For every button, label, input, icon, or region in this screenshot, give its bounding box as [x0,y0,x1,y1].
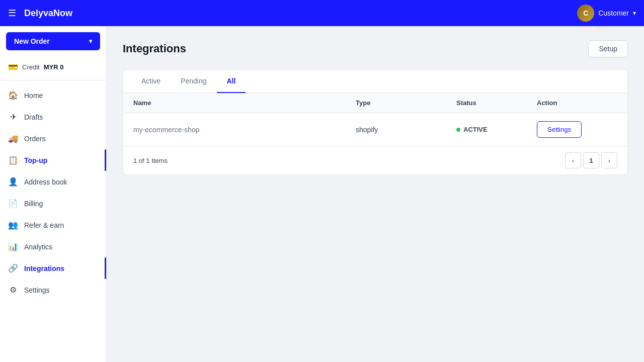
pagination-info: 1 of 1 Items [133,157,168,164]
user-menu-chevron-icon[interactable]: ▾ [633,10,636,17]
col-action: Action [537,99,617,107]
credit-amount: MYR 0 [44,63,64,71]
sidebar-item-refer-earn[interactable]: 👥 Refer & earn [0,214,106,236]
sidebar-item-billing[interactable]: 📄 Billing [0,193,106,214]
topbar-left: ☰ DelyvaNow [8,8,72,19]
col-type: Type [356,99,456,107]
status-badge: ACTIVE [456,126,537,133]
credit-card-icon: 💳 [8,62,18,72]
orders-icon: 🚚 [8,134,18,143]
hamburger-icon[interactable]: ☰ [8,8,16,19]
sidebar-item-label: Integrations [24,264,64,273]
analytics-icon: 📊 [8,242,18,251]
sidebar-item-drafts[interactable]: ✈ Drafts [0,106,106,128]
sidebar-item-analytics[interactable]: 📊 Analytics [0,236,106,257]
topbar-right: C Customer ▾ [577,5,636,22]
pagination-controls: ‹ 1 › [565,152,617,168]
pagination-row: 1 of 1 Items ‹ 1 › [123,146,627,174]
pagination-page-1-button[interactable]: 1 [583,152,599,168]
pagination-prev-button[interactable]: ‹ [565,152,581,168]
sidebar: New Order ▾ 💳 Credit MYR 0 🏠 Home ✈ Draf… [0,26,107,362]
drafts-icon: ✈ [8,112,18,122]
sidebar-item-label: Home [24,92,43,100]
sidebar-item-home[interactable]: 🏠 Home [0,84,106,106]
table-row: my-ecommerce-shop shopify ACTIVE Setting… [123,113,627,146]
sidebar-item-label: Drafts [24,113,43,121]
sidebar-item-topup[interactable]: 📋 Top-up [0,149,106,171]
tab-pending[interactable]: Pending [171,70,216,93]
table-header: Name Type Status Action [123,93,627,113]
col-name: Name [133,99,356,107]
page-title: Integrations [123,42,186,55]
topbar: ☰ DelyvaNow C Customer ▾ [0,0,644,26]
topup-icon: 📋 [8,155,18,165]
brand-logo: DelyvaNow [24,8,72,19]
integration-name: my-ecommerce-shop [133,126,356,134]
main-content: Integrations Setup Active Pending All Na… [107,26,644,362]
refer-earn-icon: 👥 [8,220,18,230]
integrations-icon: 🔗 [8,263,18,273]
sidebar-item-label: Billing [24,200,43,208]
status-dot-icon [456,128,460,132]
integration-type: shopify [356,126,456,134]
col-status: Status [456,99,537,107]
integration-status: ACTIVE [456,126,537,133]
sidebar-item-label: Address book [24,178,67,186]
status-text: ACTIVE [463,126,488,133]
sidebar-item-label: Settings [24,286,50,294]
sidebar-item-address-book[interactable]: 👤 Address book [0,171,106,193]
sidebar-item-orders[interactable]: 🚚 Orders [0,128,106,149]
sidebar-item-integrations[interactable]: 🔗 Integrations [0,257,106,279]
integration-action: Settings [537,121,617,138]
tabs-bar: Active Pending All [123,70,627,93]
integration-settings-button[interactable]: Settings [537,121,582,138]
sidebar-item-settings[interactable]: ⚙ Settings [0,279,106,301]
address-book-icon: 👤 [8,177,18,187]
setup-button[interactable]: Setup [588,40,628,57]
pagination-next-button[interactable]: › [601,152,617,168]
credit-section: 💳 Credit MYR 0 [0,58,106,80]
sidebar-item-label: Orders [24,135,46,143]
sidebar-item-label: Top-up [24,156,47,164]
sidebar-item-label: Analytics [24,243,52,251]
customer-name: Customer [598,9,629,17]
home-icon: 🏠 [8,90,18,100]
new-order-dropdown-icon: ▾ [89,38,92,45]
tab-all[interactable]: All [217,70,246,93]
integrations-card: Active Pending All Name Type Status Acti… [123,69,628,175]
page-header: Integrations Setup [123,40,628,57]
sidebar-item-label: Refer & earn [24,221,64,229]
billing-icon: 📄 [8,199,18,208]
tab-active[interactable]: Active [131,70,171,93]
avatar: C [577,5,594,22]
new-order-button[interactable]: New Order ▾ [6,32,100,50]
settings-icon: ⚙ [8,285,18,295]
